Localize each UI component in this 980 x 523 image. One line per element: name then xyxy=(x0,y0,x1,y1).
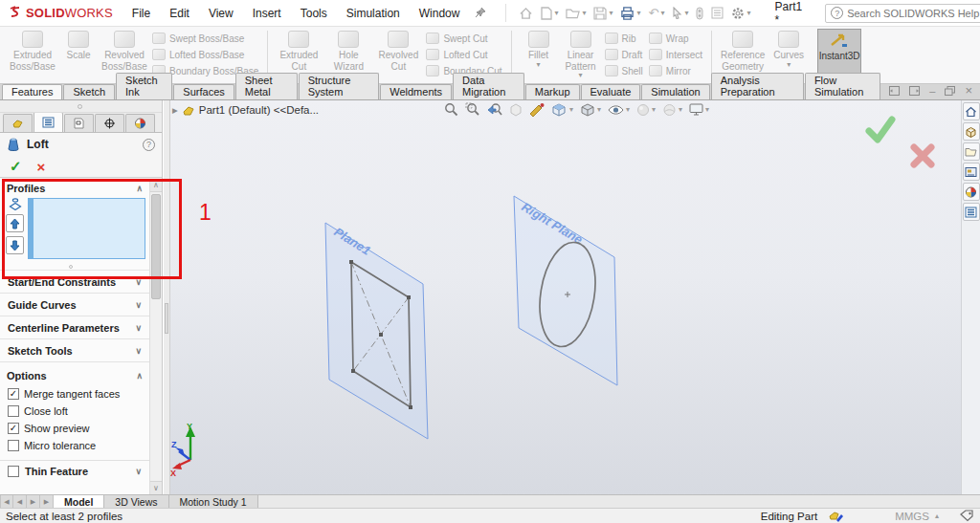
shell-button[interactable]: Shell xyxy=(605,63,643,78)
extruded-boss-base-button[interactable]: Extruded Boss/Base xyxy=(8,29,57,82)
pm-cancel-button[interactable]: × xyxy=(37,159,46,175)
dropdown-arrow-icon[interactable]: ▾ xyxy=(636,10,640,17)
undo-button[interactable]: ↶▾ xyxy=(646,4,668,22)
section-start-end-constraints[interactable]: Start/End Constraints ∨ xyxy=(0,271,149,294)
tab-flow-simulation[interactable]: Flow Simulation xyxy=(805,73,880,99)
tab-simulation[interactable]: Simulation xyxy=(641,84,709,99)
dropdown-arrow-icon[interactable]: ▾ xyxy=(582,10,586,17)
home-button[interactable] xyxy=(516,5,536,22)
file-properties-button[interactable] xyxy=(708,5,726,21)
home-tab-button[interactable] xyxy=(963,102,980,120)
menu-insert[interactable]: Insert xyxy=(243,7,291,20)
new-document-button[interactable]: ▾ xyxy=(538,5,561,22)
lofted-cut-button[interactable]: Lofted Cut xyxy=(426,47,501,62)
custom-properties-button[interactable] xyxy=(963,203,980,221)
swept-cut-button[interactable]: Swept Cut xyxy=(426,31,501,46)
doc-minimize-icon[interactable]: – xyxy=(929,85,935,97)
appearances-scenes-button[interactable] xyxy=(963,183,980,201)
tab-sketch[interactable]: Sketch xyxy=(63,84,115,99)
collapse-chevron-icon[interactable]: ∧ xyxy=(136,371,143,381)
scrollbar-thumb[interactable] xyxy=(151,194,161,299)
tab-motion-study-1[interactable]: Motion Study 1 xyxy=(169,495,258,508)
move-profile-up-button[interactable] xyxy=(6,214,24,232)
nav-next-tab-icon[interactable]: ▶ xyxy=(27,495,40,508)
expand-chevron-icon[interactable]: ∨ xyxy=(135,277,142,287)
option-merge-tangent-faces[interactable]: ✓ Merge tangent faces xyxy=(0,385,149,403)
tab-structure-system[interactable]: Structure System xyxy=(299,73,380,99)
panel-scrollbar[interactable]: ∧ ∨ xyxy=(149,179,162,494)
model-scene[interactable]: Plane1 Right Plane xyxy=(170,100,961,494)
intersect-button[interactable]: Intersect xyxy=(649,47,702,62)
dropdown-arrow-icon[interactable]: ▾ xyxy=(537,61,541,69)
pm-help-icon[interactable]: ? xyxy=(143,139,155,151)
options-gear-button[interactable]: ▾ xyxy=(728,5,753,22)
move-profile-down-button[interactable] xyxy=(6,236,24,254)
swept-boss-base-button[interactable]: Swept Boss/Base xyxy=(152,31,258,46)
print-button[interactable]: ▾ xyxy=(617,5,643,22)
magnetic-mate-button[interactable] xyxy=(693,5,706,22)
tab-data-migration[interactable]: Data Migration xyxy=(453,73,524,99)
tab-features[interactable]: Features xyxy=(2,84,62,99)
linear-pattern-button[interactable]: Linear Pattern▾ xyxy=(560,29,602,82)
tab-weldments[interactable]: Weldments xyxy=(380,84,452,99)
profiles-resize-row[interactable] xyxy=(0,263,149,271)
confirm-cancel-button[interactable] xyxy=(909,142,936,169)
confirm-ok-button[interactable] xyxy=(863,114,898,144)
profiles-group-header[interactable]: Profiles ∧ xyxy=(0,179,149,198)
checkbox-unchecked[interactable] xyxy=(8,405,19,417)
units-selector[interactable]: MMGS xyxy=(895,511,929,522)
dropdown-arrow-icon[interactable]: ▾ xyxy=(554,10,558,17)
graphics-viewport[interactable]: ▸ Part1 (Default) <<Defa... ▾ ▾ ▾ ▾ ▾ ▾ … xyxy=(170,100,961,494)
tab-sheet-metal[interactable]: Sheet Metal xyxy=(235,73,298,99)
nav-last-tab-icon[interactable]: ▶ xyxy=(40,495,54,508)
checkbox-checked[interactable]: ✓ xyxy=(8,388,19,400)
menu-simulation[interactable]: Simulation xyxy=(337,7,410,20)
tab-markup[interactable]: Markup xyxy=(525,84,580,99)
section-sketch-tools[interactable]: Sketch Tools ∨ xyxy=(0,339,149,362)
scroll-up-icon[interactable]: ∧ xyxy=(150,179,162,192)
dropdown-arrow-icon[interactable]: ▾ xyxy=(609,10,612,17)
tab-surfaces[interactable]: Surfaces xyxy=(173,84,234,99)
view-palette-button[interactable] xyxy=(963,163,980,181)
draft-button[interactable]: Draft xyxy=(605,47,643,62)
tab-3d-views[interactable]: 3D Views xyxy=(104,495,168,508)
option-close-loft[interactable]: Close loft xyxy=(0,403,149,420)
dropdown-arrow-icon[interactable]: ▾ xyxy=(660,10,664,17)
expand-chevron-icon[interactable]: ∨ xyxy=(135,467,142,476)
menu-file[interactable]: File xyxy=(122,7,160,20)
dock-left-icon[interactable] xyxy=(889,86,900,96)
nav-first-tab-icon[interactable]: ◀ xyxy=(0,495,13,508)
expand-chevron-icon[interactable]: ∨ xyxy=(135,346,142,356)
revolved-cut-button[interactable]: Revolved Cut xyxy=(373,29,423,82)
tab-dimxpert-manager[interactable] xyxy=(95,114,124,132)
file-explorer-button[interactable] xyxy=(963,142,980,161)
tab-display-manager[interactable] xyxy=(125,114,155,132)
wrap-button[interactable]: Wrap xyxy=(649,31,702,46)
option-micro-tolerance[interactable]: Micro tolerance xyxy=(0,437,149,454)
tab-evaluate[interactable]: Evaluate xyxy=(581,84,641,99)
pin-menu-icon[interactable] xyxy=(475,7,486,20)
open-button[interactable]: ▾ xyxy=(563,5,589,21)
section-centerline-parameters[interactable]: Centerline Parameters ∨ xyxy=(0,316,149,339)
tab-configuration-manager[interactable] xyxy=(64,114,94,132)
nav-prev-tab-icon[interactable]: ◀ xyxy=(13,495,27,508)
pm-ok-button[interactable]: ✓ xyxy=(10,158,22,175)
dock-right-icon[interactable] xyxy=(909,86,920,96)
tab-sketch-ink[interactable]: Sketch Ink xyxy=(116,73,172,99)
scroll-down-icon[interactable]: ∨ xyxy=(150,481,162,494)
splitter-handle[interactable] xyxy=(165,303,168,334)
units-spinner-icon[interactable]: ▴ xyxy=(935,512,939,520)
dropdown-arrow-icon[interactable]: ▾ xyxy=(746,10,750,17)
checkbox-unchecked[interactable] xyxy=(8,466,19,477)
mirror-button[interactable]: Mirror xyxy=(649,63,702,78)
menu-edit[interactable]: Edit xyxy=(160,7,199,20)
doc-close-icon[interactable]: × xyxy=(965,83,972,98)
doc-restore-icon[interactable] xyxy=(945,86,955,96)
profiles-selection-list[interactable] xyxy=(28,198,145,259)
menu-window[interactable]: Window xyxy=(410,7,470,20)
tab-feature-manager-tree[interactable] xyxy=(3,114,33,132)
rib-button[interactable]: Rib xyxy=(605,31,643,46)
save-button[interactable]: ▾ xyxy=(590,5,615,22)
menu-tools[interactable]: Tools xyxy=(291,7,337,20)
dropdown-arrow-icon[interactable]: ▾ xyxy=(787,61,791,69)
